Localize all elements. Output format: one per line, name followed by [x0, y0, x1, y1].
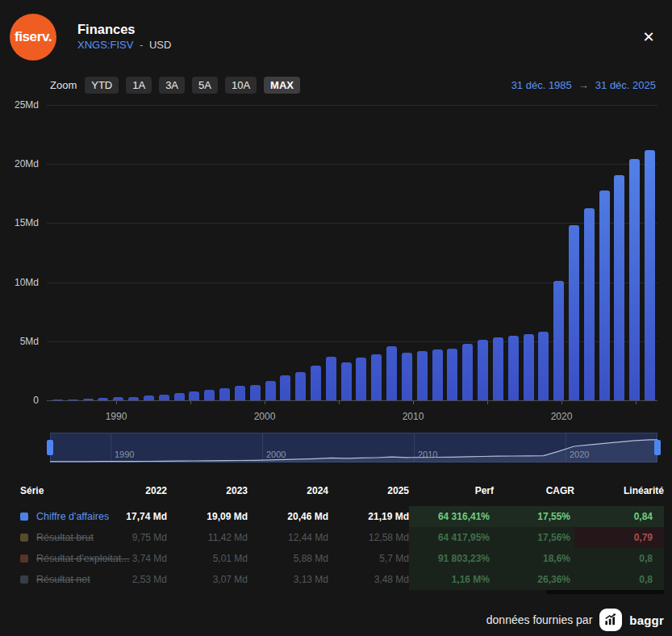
revenue-bar-1992[interactable] [144, 395, 154, 400]
revenue-bar-2016[interactable] [508, 336, 519, 401]
zoom-label: Zoom [50, 79, 77, 91]
revenue-bar-1989[interactable] [98, 398, 108, 400]
ticker-link[interactable]: XNGS:FISV [77, 39, 133, 51]
value-2025: 3,48 Md [328, 574, 409, 585]
gridline-20Md [47, 164, 657, 165]
revenue-bar-2018[interactable] [538, 332, 549, 400]
series-toggle[interactable]: Résultat d'exploitat... [20, 553, 121, 564]
revenue-bar-2013[interactable] [462, 344, 473, 400]
revenue-bar-2012[interactable] [447, 349, 457, 400]
revenue-bar-2017[interactable] [524, 334, 534, 400]
baggr-brand-name[interactable]: baggr [629, 613, 664, 627]
perf-cell: 1,16 M% [409, 569, 494, 590]
revenue-bar-1987[interactable] [68, 400, 78, 401]
range-start-date[interactable]: 31 déc. 1985 [511, 79, 572, 91]
navigator-label-1990: 1990 [115, 450, 134, 459]
column-header-CAGR: CAGR [494, 485, 574, 496]
revenue-bar-1994[interactable] [174, 393, 185, 400]
zoom-button-10a[interactable]: 10A [225, 77, 257, 94]
navigator-label-2020: 2020 [570, 450, 589, 459]
revenue-bar-2008[interactable] [386, 346, 397, 400]
revenue-bar-2005[interactable] [341, 362, 352, 400]
zoom-button-ytd[interactable]: YTD [85, 77, 119, 94]
currency-label: USD [149, 39, 171, 51]
revenue-bar-1995[interactable] [189, 391, 199, 400]
revenue-bar-2019[interactable] [553, 281, 564, 400]
cagr-cell: 18,6% [494, 548, 574, 569]
revenue-bar-2023[interactable] [614, 175, 624, 401]
revenue-bar-2007[interactable] [371, 354, 382, 400]
zoom-button-5a[interactable]: 5A [192, 77, 218, 94]
x-tick-2025 [636, 401, 637, 404]
revenue-bar-2009[interactable] [402, 353, 412, 400]
series-name: Chiffre d'affaires [36, 511, 109, 522]
zoom-button-3a[interactable]: 3A [159, 77, 185, 94]
table-row: Résultat brut9,75 Md11,42 Md12,44 Md12,5… [0, 527, 672, 548]
zoom-button-1a[interactable]: 1A [126, 77, 152, 94]
revenue-bar-1993[interactable] [159, 395, 169, 400]
attribution-text: données fournies par [486, 613, 593, 626]
series-name: Résultat d'exploitat... [36, 553, 130, 564]
revenue-bar-2002[interactable] [295, 372, 306, 400]
revenue-bar-2006[interactable] [356, 358, 366, 400]
column-header-2025: 2025 [328, 485, 409, 496]
value-2023: 5,01 Md [167, 553, 248, 564]
series-name: Résultat net [36, 574, 90, 585]
series-toggle[interactable]: Résultat net [20, 574, 121, 585]
gridline-5Md [47, 341, 657, 342]
revenue-bar-2015[interactable] [493, 337, 503, 400]
revenue-bar-2001[interactable] [280, 375, 290, 400]
revenue-bar-2024[interactable] [629, 159, 640, 401]
series-toggle[interactable]: Résultat brut [20, 532, 121, 543]
revenue-bar-1997[interactable] [219, 388, 230, 400]
revenue-bar-2020[interactable] [569, 225, 579, 400]
value-2022: 3,74 Md [121, 553, 167, 564]
column-header-2024: 2024 [248, 485, 328, 496]
navigator-label-2010: 2010 [418, 450, 437, 459]
perf-cell: 64 417,95% [409, 527, 494, 548]
revenue-bar-2010[interactable] [417, 351, 428, 401]
table-row: Résultat d'exploitat...3,74 Md5,01 Md5,8… [0, 548, 672, 569]
column-header-Linéarité: Linéarité [574, 485, 664, 496]
revenue-bar-2000[interactable] [265, 381, 276, 400]
value-2023: 19,09 Md [167, 511, 248, 522]
range-end-date[interactable]: 31 déc. 2025 [595, 79, 656, 91]
revenue-bar-1999[interactable] [250, 385, 261, 400]
navigator-right-handle[interactable] [654, 440, 661, 455]
close-icon[interactable]: ✕ [638, 27, 659, 48]
cagr-cell: 17,55% [494, 506, 574, 527]
revenue-bar-2004[interactable] [326, 357, 336, 400]
series-swatch [20, 554, 28, 563]
fiserv-logo: fiserv. [10, 14, 56, 61]
y-axis-label-20Md: 20Md [0, 158, 39, 169]
y-axis-label-15Md: 15Md [0, 217, 39, 228]
cagr-cell: 17,56% [494, 527, 574, 548]
linearite-cell: 0,79 [574, 527, 664, 548]
revenue-bar-2011[interactable] [432, 349, 443, 400]
navigator-left-handle[interactable] [47, 440, 53, 455]
revenue-bar-1990[interactable] [113, 397, 123, 400]
revenue-bar-1986[interactable] [52, 400, 63, 401]
column-header-serie: Série [20, 485, 121, 496]
revenue-bar-2021[interactable] [584, 208, 595, 400]
x-axis-label-2010: 2010 [389, 411, 437, 422]
linearite-cell: 0,8 [574, 548, 664, 569]
fiserv-logo-text: fiserv. [15, 29, 52, 45]
revenue-bar-2022[interactable] [599, 190, 610, 400]
horizontal-scrollbar-thumb[interactable] [546, 590, 664, 594]
revenue-bar-1988[interactable] [83, 399, 94, 400]
revenue-bar-1996[interactable] [204, 390, 215, 400]
value-2024: 12,44 Md [248, 532, 328, 543]
revenue-bar-2014[interactable] [478, 340, 488, 400]
table-row: Résultat net2,53 Md3,07 Md3,13 Md3,48 Md… [0, 569, 672, 590]
baggr-logo-icon[interactable] [599, 609, 622, 631]
page-title: Finances [77, 22, 136, 37]
revenue-bar-1998[interactable] [235, 386, 245, 400]
linearite-cell: 0,84 [574, 506, 664, 527]
revenue-bar-1991[interactable] [128, 397, 139, 400]
zoom-button-max[interactable]: MAX [264, 77, 300, 94]
series-toggle[interactable]: Chiffre d'affaires [20, 511, 121, 522]
revenue-bar-2003[interactable] [311, 366, 321, 400]
revenue-bar-2025[interactable] [645, 150, 655, 400]
linearite-cell: 0,8 [574, 569, 664, 590]
